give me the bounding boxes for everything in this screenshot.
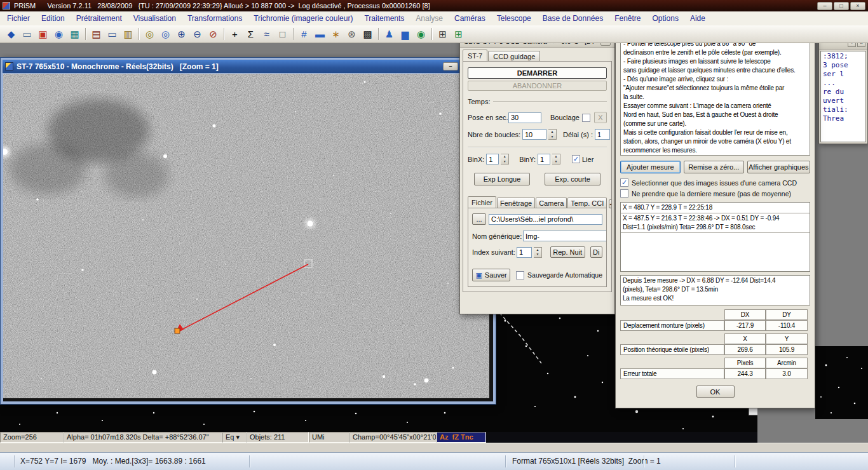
start-button[interactable]: DEMARRER <box>468 67 607 79</box>
table-value: 105.9 <box>766 344 808 355</box>
map-status-zoom[interactable]: Zoom=256 <box>0 432 64 443</box>
close-button[interactable]: × <box>850 2 865 10</box>
cd-archive-icon[interactable]: ◉ <box>51 27 67 42</box>
ok-button[interactable]: OK <box>696 386 735 398</box>
profile-icon[interactable]: ≈ <box>259 27 275 42</box>
print-icon[interactable]: ▤ <box>88 27 104 42</box>
tab-scroll-left-button[interactable]: ◀ <box>609 199 612 208</box>
minimize-button[interactable]: – <box>817 2 832 10</box>
path-input[interactable] <box>489 214 602 225</box>
next-index-input[interactable] <box>517 247 532 258</box>
map-status-field[interactable]: Champ=00°45'45"x00°21'07" <box>349 432 437 443</box>
zoom-in-icon[interactable]: ⊕ <box>173 27 189 42</box>
app-icon <box>3 2 10 10</box>
menu-base-de-donnees[interactable]: Base de Données <box>537 11 609 25</box>
di-button[interactable]: Di <box>590 246 603 258</box>
tab-camera[interactable]: Camera <box>536 198 567 208</box>
zoom-region-icon[interactable]: ⊘ <box>205 27 221 42</box>
save-button[interactable]: ▣Sauver <box>472 269 510 281</box>
grid-icon[interactable]: # <box>296 27 312 42</box>
reset-button[interactable]: Remise a zéro... <box>684 161 744 173</box>
open-image-icon[interactable]: ◆ <box>3 27 19 42</box>
menu-telescope[interactable]: Telescope <box>491 11 537 25</box>
spreadsheet-icon[interactable]: ⊞ <box>451 27 466 42</box>
selection-icon[interactable]: □ <box>275 27 290 42</box>
menu-pretraitement[interactable]: Prétraitement <box>71 11 128 25</box>
binx-input[interactable] <box>486 154 499 164</box>
link-bin-checkbox[interactable] <box>572 155 580 163</box>
menu-traitements[interactable]: Traitements <box>358 11 410 25</box>
instruction-line: - Dés qu'une image arrive, cliquez sur : <box>623 75 807 84</box>
ccd-only-label: Selectionner que des images issues d'une… <box>632 179 797 187</box>
image-window-titlebar[interactable]: ST-7 765x510 - Monochrome - Réels(32bits… <box>3 60 494 73</box>
zoom-window-icon[interactable]: ◎ <box>158 27 173 42</box>
tab-temp-ccd[interactable]: Temp. CCI <box>567 198 607 208</box>
table-value: 3.0 <box>766 368 808 379</box>
autosave-label: Sauvegarde Automatique <box>527 271 602 279</box>
save-image-icon[interactable]: ▣ <box>35 27 51 42</box>
camera-icon[interactable]: ▦ <box>67 27 83 42</box>
browse-button[interactable]: ... <box>472 213 486 225</box>
sbig-file-panel: ... Nom générique: Index suivant: ▲▼ Rep… <box>468 208 607 287</box>
autosave-checkbox[interactable] <box>516 271 524 279</box>
menu-cameras[interactable]: Caméras <box>449 11 491 25</box>
copy-icon[interactable]: ▭ <box>104 27 120 42</box>
chart-icon[interactable]: ▆ <box>397 27 413 42</box>
show-graphs-button[interactable]: Afficher graphiques <box>747 161 810 173</box>
zoom-fit-icon[interactable]: ◎ <box>142 27 158 42</box>
menu-fichier[interactable]: Fichier <box>1 11 36 25</box>
crosshair-icon[interactable]: + <box>227 27 243 42</box>
menu-analyse[interactable]: Analyse <box>410 11 449 25</box>
star-detect-icon[interactable]: ∗ <box>328 27 344 42</box>
map-status-mode[interactable]: Az fZ Tnc <box>437 432 486 443</box>
index-spinner[interactable]: ▲▼ <box>534 247 542 258</box>
menu-aide[interactable]: Aide <box>684 11 711 25</box>
loop-checkbox[interactable] <box>582 114 590 122</box>
zoom-out-icon[interactable]: ⊖ <box>189 27 205 42</box>
image-minimize-button[interactable]: – <box>443 62 458 70</box>
table-icon[interactable]: ⊞ <box>435 27 451 42</box>
menu-options[interactable]: Options <box>647 11 684 25</box>
statistics-icon[interactable]: Σ <box>243 27 259 42</box>
map-status-constellation[interactable]: UMi <box>309 432 349 443</box>
long-exposure-button[interactable]: Exp Longue <box>474 173 530 185</box>
settings-icon[interactable]: ⊛ <box>344 27 360 42</box>
tab-fichier[interactable]: Fichier <box>468 196 496 208</box>
sky-right-canvas <box>815 346 868 419</box>
maximize-button[interactable]: □ <box>834 2 849 10</box>
loops-count-input[interactable] <box>522 129 546 140</box>
menu-edition[interactable]: Edition <box>36 11 71 25</box>
ccd-only-checkbox[interactable] <box>620 178 628 187</box>
menu-trichromie[interactable]: Trichromie (imagerie couleur) <box>248 11 358 25</box>
generic-name-input[interactable] <box>523 231 607 241</box>
add-measure-button[interactable]: Ajouter mesure <box>620 161 681 173</box>
tab-fenetrage[interactable]: Fenêtrage <box>497 198 535 208</box>
paste-icon[interactable]: ▥ <box>120 27 136 42</box>
tab-st7[interactable]: ST-7 <box>463 50 487 62</box>
biny-input[interactable] <box>538 154 550 164</box>
map-status-frame[interactable]: Eq ▾ <box>222 432 247 443</box>
measure-entry: X = 480.7 Y = 228.9 T = 22:25:18 <box>621 203 810 213</box>
binx-spinner[interactable]: ▲▼ <box>501 154 509 164</box>
night-report-button[interactable]: Rep. Nuit <box>550 246 585 258</box>
biny-spinner[interactable]: ▲▼ <box>552 154 560 164</box>
exposure-input[interactable] <box>508 112 541 123</box>
tile-windows-icon[interactable]: ▬ <box>312 27 328 42</box>
users-icon[interactable]: ♟ <box>381 27 397 42</box>
toolbar-separator <box>290 27 296 42</box>
loops-spinner[interactable]: ▲▼ <box>548 129 557 140</box>
console-line: uvert <box>823 97 864 105</box>
menu-fenetre[interactable]: Fenêtre <box>609 11 646 25</box>
copy-image-icon[interactable]: ▭ <box>19 27 35 42</box>
menu-transformations[interactable]: Transformations <box>182 11 248 25</box>
delay-input[interactable] <box>595 129 610 140</box>
tab-ccd-guidage[interactable]: CCD guidage <box>488 51 540 62</box>
last-measure-checkbox[interactable] <box>620 189 628 198</box>
film-icon[interactable]: ▩ <box>360 27 376 42</box>
menu-visualisation[interactable]: Visualisation <box>128 11 182 25</box>
map-status-objects[interactable]: Objets: 211 <box>247 432 309 443</box>
globe-icon[interactable]: ◉ <box>413 27 429 42</box>
short-exposure-button[interactable]: Exp. courte <box>545 173 600 185</box>
ccd-image-canvas[interactable] <box>3 74 489 398</box>
map-status-coordinates[interactable]: Alpha= 01h07m18.320s Delta= +88°52'36.07… <box>64 432 222 443</box>
